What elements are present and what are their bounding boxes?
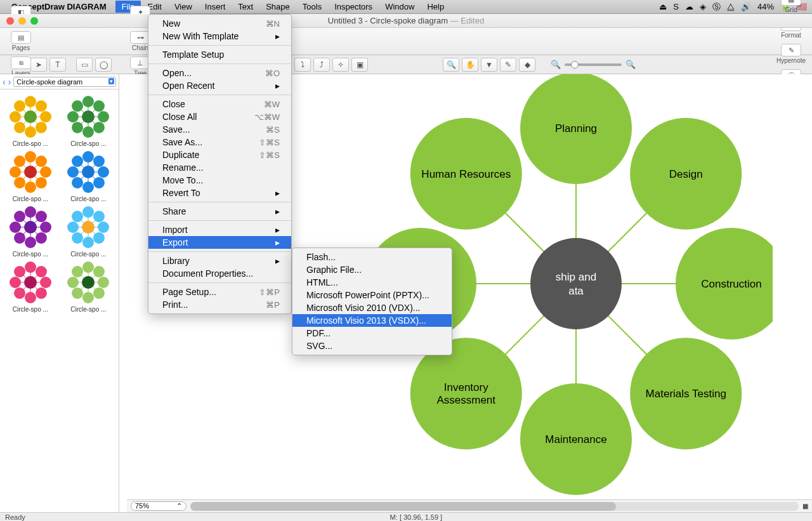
pan-tool[interactable]: ✋: [462, 58, 478, 72]
svg-point-101: [82, 221, 95, 234]
connector-tool-4[interactable]: ✧: [332, 58, 349, 72]
wifi-icon[interactable]: ⧋: [727, 2, 735, 12]
svg-point-67: [82, 166, 95, 178]
menu-tools[interactable]: Tools: [296, 1, 328, 13]
menu-item-library[interactable]: Library▸: [148, 254, 291, 267]
menu-item-duplicate[interactable]: Duplicate⇧⌘S: [148, 148, 291, 161]
nav-back-icon[interactable]: ‹: [3, 77, 6, 87]
svg-point-113: [14, 266, 25, 277]
library-shape-thumb[interactable]: Circle-spo ...: [3, 150, 58, 202]
menu-insert[interactable]: Insert: [199, 1, 232, 13]
menu-item-close[interactable]: Close⌘W: [148, 98, 291, 110]
menu-window[interactable]: Window: [379, 1, 421, 13]
menu-item-print-[interactable]: Print...⌘P: [148, 298, 291, 311]
menu-item-flash-[interactable]: Flash...: [292, 251, 452, 263]
menu-item-graphic-file-[interactable]: Graphic File...: [292, 263, 452, 276]
svg-point-135: [82, 276, 95, 289]
highlighter-tool[interactable]: ◆: [519, 58, 535, 72]
toolbar-hypernote[interactable]: ✎Hypernote: [774, 41, 808, 67]
clipboard-tool[interactable]: ▣: [351, 58, 368, 72]
menu-item-import[interactable]: Import▸: [148, 223, 291, 236]
menu-item-open-[interactable]: Open...⌘O: [148, 67, 291, 79]
canvas-footer: 75%⌃ ▦: [127, 499, 812, 512]
library-shape-thumb[interactable]: Circle-spo ...: [61, 150, 117, 202]
zoom-window-button[interactable]: [30, 17, 38, 25]
library-shape-thumb[interactable]: Circle-spo ...: [61, 205, 117, 258]
pointer-tool[interactable]: ➤: [30, 58, 47, 72]
library-shape-thumb[interactable]: Circle-spo ...: [3, 260, 58, 313]
close-window-button[interactable]: [6, 17, 14, 25]
menu-item-microsoft-visio-vsdx-[interactable]: Microsoft Visio 2013 (VSDX)...: [292, 314, 452, 327]
toolbar-pages[interactable]: ▤Pages: [4, 29, 38, 54]
skype-icon[interactable]: Ⓢ: [712, 1, 721, 13]
menu-item-move-to-[interactable]: Move To...: [148, 174, 291, 187]
menu-item-close-all[interactable]: Close All⌥⌘W: [148, 110, 291, 123]
ellipse-tool[interactable]: ◯: [95, 58, 112, 72]
menu-item-rename-[interactable]: Rename...: [148, 161, 291, 174]
status-icon[interactable]: S: [673, 2, 679, 11]
svg-point-88: [93, 232, 105, 244]
zoom-out-icon[interactable]: 🔍: [551, 60, 561, 69]
svg-point-35: [40, 166, 51, 178]
menu-item-microsoft-visio-vdx-[interactable]: Microsoft Visio 2010 (VDX)...: [292, 301, 452, 314]
menu-item-pdf-[interactable]: PDF...: [292, 327, 452, 340]
text-tool[interactable]: T: [49, 58, 66, 72]
stamp-tool[interactable]: ▼: [481, 58, 497, 72]
svg-point-18: [98, 111, 109, 122]
menu-item-open-recent[interactable]: Open Recent▸: [148, 79, 291, 92]
menu-item-document-properties-[interactable]: Document Properties...: [148, 267, 291, 280]
library-shape-thumb[interactable]: Circle-spo ...: [3, 95, 58, 147]
menu-help[interactable]: Help: [421, 1, 450, 13]
horizontal-scrollbar[interactable]: [190, 502, 799, 511]
cloud-icon[interactable]: ☁: [685, 2, 693, 11]
status-icon[interactable]: ⏏: [659, 2, 667, 11]
library-selector[interactable]: Circle-spoke diagram: [13, 77, 116, 87]
menu-item-template-setup[interactable]: Template Setup: [148, 48, 291, 61]
svg-point-49: [36, 155, 47, 167]
library-shape-thumb[interactable]: Circle-spo ...: [3, 205, 58, 258]
zoom-slider-track[interactable]: [565, 63, 622, 66]
page-indicator-icon[interactable]: ▦: [802, 503, 808, 510]
menu-item-save-as-[interactable]: Save As...⇧⌘S: [148, 136, 291, 148]
zoom-select[interactable]: 75%⌃: [131, 501, 187, 511]
svg-point-132: [82, 261, 94, 273]
eyedropper-tool[interactable]: ✎: [500, 58, 516, 72]
menu-item-html-[interactable]: HTML...: [292, 276, 452, 289]
menu-text[interactable]: Text: [232, 1, 259, 13]
menu-item-save-[interactable]: Save...⌘S: [148, 123, 291, 136]
menu-shape[interactable]: Shape: [259, 1, 296, 13]
svg-point-7: [14, 122, 25, 133]
svg-point-62: [72, 155, 83, 167]
menu-item-revert-to[interactable]: Revert To▸: [148, 187, 291, 199]
connector-tool-2[interactable]: ⤵: [294, 58, 311, 72]
zoom-tool[interactable]: 🔍: [443, 58, 459, 72]
menu-view[interactable]: View: [168, 1, 199, 13]
library-shape-thumb[interactable]: Circle-spo ...: [61, 95, 117, 147]
svg-point-47: [25, 151, 36, 162]
rectangle-tool[interactable]: ▭: [76, 58, 93, 72]
zoom-in-icon[interactable]: 🔍: [625, 60, 636, 69]
menu-item-page-setup-[interactable]: Page Setup...⇧⌘P: [148, 286, 291, 298]
menu-item-microsoft-powerpoint-pptx-[interactable]: Microsoft PowerPoint (PPTX)...: [292, 289, 452, 301]
nav-forward-icon[interactable]: ›: [8, 77, 11, 87]
battery-percent[interactable]: 44%: [757, 2, 774, 11]
svg-point-120: [98, 277, 109, 288]
svg-point-98: [82, 206, 94, 218]
menu-item-new[interactable]: New⌘N: [148, 17, 291, 30]
library-shape-thumb[interactable]: Circle-spo ...: [61, 260, 117, 313]
status-icon[interactable]: ◈: [700, 2, 706, 11]
volume-icon[interactable]: 🔊: [741, 2, 751, 11]
window-titlebar: Untitled 3 - Circle-spoke diagram — Edit…: [0, 14, 812, 28]
connector-tool-3[interactable]: ⤴: [313, 58, 330, 72]
scrollbar-thumb[interactable]: [190, 502, 616, 511]
menu-item-new-with-template[interactable]: New With Template▸: [148, 30, 291, 43]
menu-item-export[interactable]: Export▸: [148, 236, 291, 249]
zoom-slider-thumb[interactable]: [571, 61, 579, 69]
svg-point-128: [67, 277, 79, 288]
svg-point-60: [67, 166, 79, 178]
menu-item-svg-[interactable]: SVG...: [292, 340, 452, 352]
menu-inspectors[interactable]: Inspectors: [328, 1, 379, 13]
minimize-window-button[interactable]: [18, 17, 26, 25]
menu-item-share[interactable]: Share▸: [148, 205, 291, 218]
svg-point-83: [36, 211, 47, 222]
